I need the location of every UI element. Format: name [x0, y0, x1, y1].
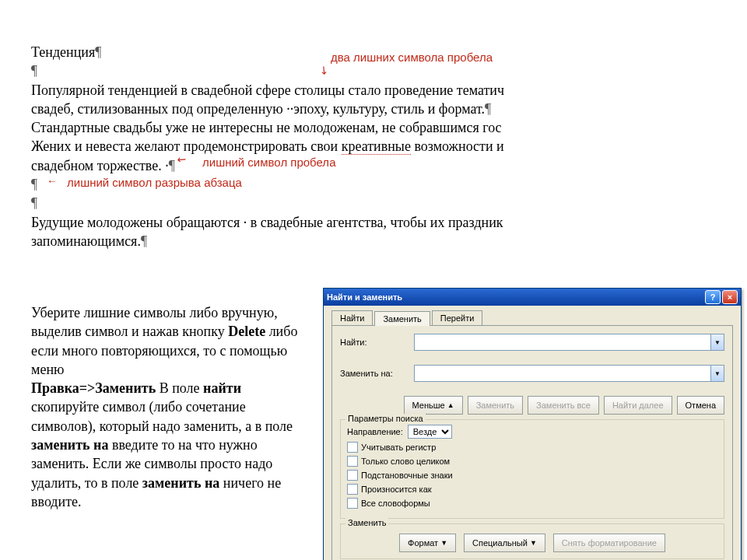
less-button[interactable]: Меньше ▲	[404, 396, 463, 415]
heading-text: Тенденция	[31, 44, 95, 60]
check-case: Учитывать регистр	[361, 443, 436, 452]
dropdown-icon[interactable]: ▼	[711, 365, 724, 382]
replace-label: Заменить на:	[340, 369, 414, 378]
check-forms: Все словоформы	[361, 499, 430, 508]
checkbox[interactable]	[347, 498, 358, 509]
empty-para: ¶	[31, 194, 630, 212]
check-wildcard: Подстановочные знаки	[361, 471, 453, 480]
checkbox[interactable]	[347, 442, 358, 453]
tab-find[interactable]: Найти	[331, 310, 373, 325]
callout-text: два лишних символа пробела	[331, 51, 493, 64]
dialog-title: Найти и заменить	[327, 292, 402, 302]
format-button[interactable]: Формат ▼	[399, 534, 456, 552]
checkbox[interactable]	[347, 470, 358, 481]
instruction-text: Уберите лишние символы либо вручную, выд…	[31, 303, 311, 511]
chevron-up-icon: ▲	[447, 401, 454, 409]
para-4: Жених и невеста желают продемонстрироват…	[31, 137, 630, 156]
group-legend: Заменить	[345, 518, 388, 527]
direction-select[interactable]: Везде	[408, 425, 452, 439]
dropdown-icon[interactable]: ▼	[711, 334, 724, 351]
checkbox[interactable]	[347, 456, 358, 467]
unformat-button[interactable]: Снять форматирование	[553, 534, 665, 552]
tab-replace[interactable]: Заменить	[374, 311, 430, 326]
find-label: Найти:	[340, 338, 414, 347]
pilcrow-icon: ¶	[485, 101, 491, 117]
direction-label: Направление:	[347, 427, 403, 436]
find-replace-dialog: Найти и заменить ? × Найти Заменить Пере…	[323, 288, 742, 560]
underlined-word: креативные	[342, 138, 411, 155]
titlebar[interactable]: Найти и заменить ? ×	[324, 289, 741, 306]
group-legend: Параметры поиска	[345, 414, 426, 423]
pilcrow-icon: ¶	[141, 233, 147, 249]
para-7: запоминающимся.¶	[31, 232, 630, 250]
replace-input[interactable]	[414, 365, 711, 382]
para-3: Стандартные свадьбы уже не интересны не …	[31, 118, 630, 137]
special-button[interactable]: Специальный ▼	[464, 534, 545, 552]
replace-all-button[interactable]: Заменить все	[528, 396, 599, 415]
para-2: свадеб, стилизованных под определенную ·…	[31, 100, 630, 118]
para-1: Популярной тенденцией в свадебной сфере …	[31, 81, 630, 100]
para-6: Будущие молодожены обращаются · в свадеб…	[31, 213, 630, 232]
check-whole: Только слово целиком	[361, 457, 450, 466]
empty-para: ¶	[31, 61, 630, 80]
pilcrow-icon: ¶	[95, 44, 101, 60]
replace-button[interactable]: Заменить	[468, 396, 523, 415]
close-button[interactable]: ×	[722, 290, 738, 304]
callout-text: лишний символ пробела	[202, 156, 335, 169]
callout-text: лишний символ разрыва абзаца	[67, 176, 242, 189]
find-next-button[interactable]: Найти далее	[604, 396, 672, 415]
chevron-down-icon: ▼	[440, 539, 447, 547]
cancel-button[interactable]: Отмена	[677, 396, 724, 415]
tab-goto[interactable]: Перейти	[432, 310, 483, 325]
arrow-icon: →	[47, 176, 58, 188]
checkbox[interactable]	[347, 484, 358, 495]
search-options-group: Параметры поиска Направление: Везде Учит…	[340, 419, 724, 519]
help-button[interactable]: ?	[705, 290, 721, 304]
check-sounds: Произносится как	[361, 485, 432, 494]
replace-group: Заменить Формат ▼ Специальный ▼ Снять фо…	[340, 523, 724, 559]
chevron-down-icon: ▼	[530, 539, 537, 547]
find-input[interactable]	[414, 334, 711, 351]
